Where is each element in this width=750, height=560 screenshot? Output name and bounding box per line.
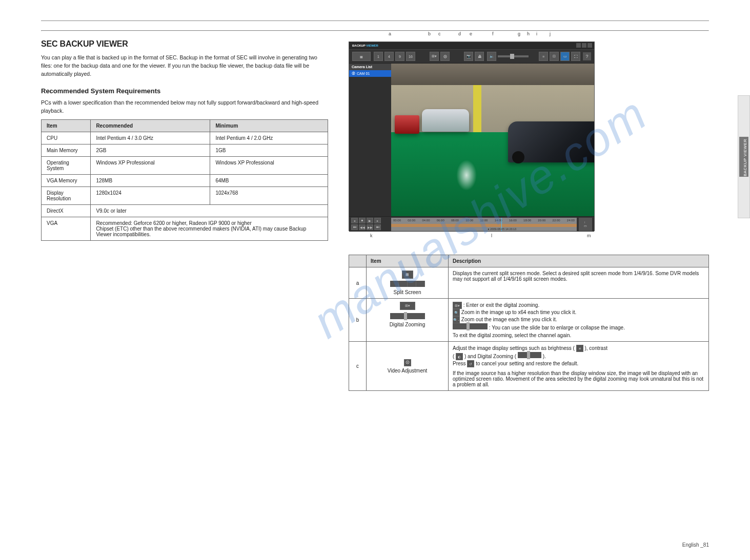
minimize-button[interactable] xyxy=(576,43,581,48)
titlebar: BACKUP VIEWER xyxy=(349,42,594,49)
audio-slider[interactable] xyxy=(498,55,529,57)
table-row: Display Resolution 1280x1024 1024x768 xyxy=(42,186,328,204)
app-title-accent: VIEWER xyxy=(366,44,378,47)
label-i: i xyxy=(536,31,537,36)
split-bar-icon xyxy=(390,281,425,287)
sysreq-title: Recommended System Requirements xyxy=(41,87,328,95)
ffwd-button[interactable]: ▶▶ xyxy=(367,224,373,230)
open-file-button[interactable]: ↑▭ xyxy=(579,218,592,231)
section-title: SEC BACKUP VIEWER xyxy=(41,39,328,49)
feat-item-zoom: ⊞▾ Digital Zooming xyxy=(367,299,449,342)
toolbar: ▦ 1 4 9 16 ⊞▾ 📷 xyxy=(349,49,594,64)
table-row: Main Memory 2GB 1GB xyxy=(42,144,328,156)
rewind-fast-button[interactable]: ⏮ xyxy=(351,224,358,230)
magnify-minus-icon: 🔍- xyxy=(453,316,460,323)
label-h: h xyxy=(527,31,530,36)
playback-bar: ◂ ■ ▶ ▸ ⏮ ◀◀ ▶▶ ⏭ xyxy=(349,216,594,232)
section-intro: You can play a file that is backed up in… xyxy=(41,54,328,78)
deinterlace-button[interactable]: ≡ xyxy=(539,52,548,61)
print-button[interactable]: 🖶 xyxy=(475,52,484,61)
split-16-button[interactable]: 16 xyxy=(406,52,415,61)
svg-point-3 xyxy=(407,362,408,363)
gear-icon xyxy=(404,359,411,366)
app-window: BACKUP VIEWER ▦ 1 4 xyxy=(349,42,595,231)
label-m: m xyxy=(587,233,591,238)
requirements-table: Item Recommended Minimum CPU Intel Penti… xyxy=(41,119,328,241)
snapshot-button[interactable]: 📷 xyxy=(464,52,473,61)
rewind-button[interactable]: ◀◀ xyxy=(359,224,366,230)
camera-list-item[interactable]: CAM 01 xyxy=(349,70,391,77)
svg-point-1 xyxy=(444,56,445,57)
contrast-icon: ◐ xyxy=(456,353,463,360)
page-footer-right: English _81 xyxy=(682,542,709,548)
sysreq-note: PCs with a lower specification than the … xyxy=(41,99,328,115)
split-1-button[interactable]: 1 xyxy=(374,52,383,61)
step-fwd-button[interactable]: ▸ xyxy=(374,218,381,223)
table-row: CPU Intel Pentium 4 / 3.0 GHz Intel Pent… xyxy=(42,132,328,144)
camera-list-panel: Camera List CAM 01 xyxy=(349,64,391,216)
split-mode-indicator[interactable]: ▦ xyxy=(352,52,371,61)
camera-list-header: Camera List xyxy=(349,64,391,70)
fullscreen-button[interactable]: ⛶ xyxy=(571,52,580,61)
zoom-slider-small-icon xyxy=(453,323,488,329)
adjust-slider-icon xyxy=(518,352,541,358)
osd-button[interactable]: ⊡ xyxy=(550,52,559,61)
features-table: Item Description a ▦ Split Screen Displa… xyxy=(349,255,709,391)
zoom-toggle-icon: ⊞▾ xyxy=(400,302,415,310)
help-button[interactable]: ? xyxy=(583,52,591,60)
split-9-button[interactable]: 9 xyxy=(395,52,404,61)
stop-button[interactable]: ■ xyxy=(359,218,366,223)
feat-item-video-adj: Video Adjustment xyxy=(367,342,449,391)
label-f: f xyxy=(492,31,494,36)
table-row: b ⊞▾ Digital Zooming ⊞▾ : Enter or exit … xyxy=(349,299,709,342)
zoom-slider-icon xyxy=(390,313,425,319)
brightness-icon: ☀ xyxy=(576,345,583,352)
label-k: k xyxy=(370,233,373,238)
zoom-toggle-small-icon: ⊞▾ xyxy=(453,302,462,309)
table-row: VGA Recommended: Geforce 6200 or higher,… xyxy=(42,217,328,240)
table-row: c Video Adjustment Adjust the image disp… xyxy=(349,342,709,391)
play-button[interactable]: ▶ xyxy=(367,218,373,223)
playback-controls: ◂ ■ ▶ ▸ ⏮ ◀◀ ▶▶ ⏭ xyxy=(349,218,391,231)
split-screen-icon: ▦ xyxy=(402,271,413,279)
settings-button[interactable] xyxy=(440,52,450,61)
table-row: a ▦ Split Screen Displays the current sp… xyxy=(349,267,709,299)
ffwd-fast-button[interactable]: ⏭ xyxy=(374,224,381,230)
maximize-button[interactable] xyxy=(582,43,586,48)
label-j: j xyxy=(550,31,551,36)
magnify-plus-icon: 🔍+ xyxy=(453,309,460,316)
zoom-toggle-button[interactable]: ⊞▾ xyxy=(430,52,439,61)
label-l: l xyxy=(491,233,492,238)
timeline[interactable]: 00:00 02:00 04:00 06:00 08:00 10:00 12:0… xyxy=(391,218,577,231)
label-c: c xyxy=(438,31,441,36)
label-d: d xyxy=(458,31,461,36)
label-g: g xyxy=(518,31,520,36)
app-title-prefix: BACKUP xyxy=(352,44,366,47)
table-row: Operating System Windows XP Professional… xyxy=(42,156,328,174)
reset-icon: ↺ xyxy=(467,360,474,367)
audio-button[interactable]: 🔈 xyxy=(487,52,496,61)
label-e: e xyxy=(470,31,472,36)
close-button[interactable] xyxy=(587,43,592,48)
feat-item-split: ▦ Split Screen xyxy=(367,267,449,299)
label-b: b xyxy=(428,31,431,36)
table-row: VGA Memory 128MB 64MB xyxy=(42,174,328,186)
table-row: DirectX V9.0c or later xyxy=(42,204,328,217)
video-area[interactable] xyxy=(391,64,594,216)
aspect-button[interactable]: ▭ xyxy=(560,52,570,61)
side-tab-label: BACKUP VIEWER xyxy=(743,139,747,176)
side-tab: BACKUP VIEWER xyxy=(738,95,750,218)
step-back-button[interactable]: ◂ xyxy=(351,218,358,223)
label-a: a xyxy=(389,31,391,36)
split-4-button[interactable]: 4 xyxy=(384,52,394,61)
